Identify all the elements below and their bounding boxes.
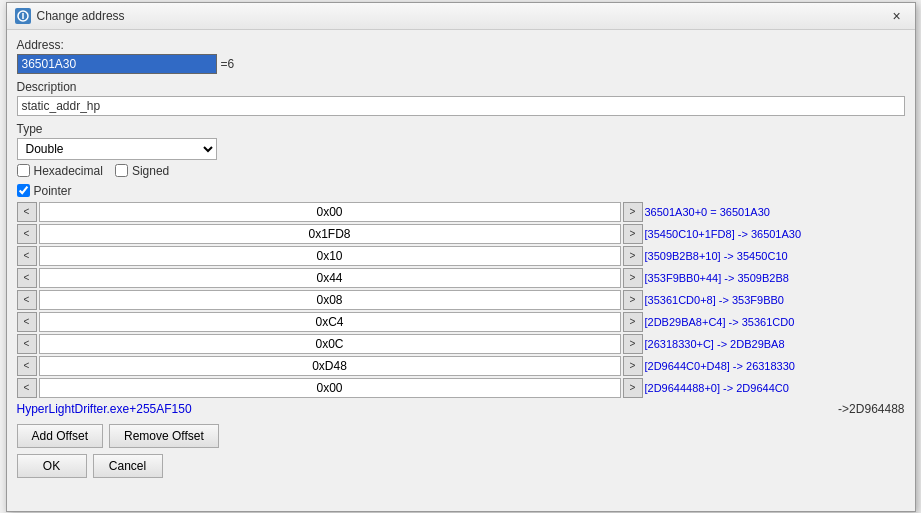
pointer-row: < > 36501A30+0 = 36501A30 — [17, 202, 905, 222]
pointer-offset-input-5[interactable] — [39, 312, 621, 332]
pointer-row: < > [2D9644C0+D48] -> 26318330 — [17, 356, 905, 376]
pointer-section: Pointer < > 36501A30+0 = 36501A30 < > [3… — [17, 184, 905, 416]
pointer-result-7[interactable]: [2D9644C0+D48] -> 26318330 — [645, 360, 905, 372]
pointer-row: < > [353F9BB0+44] -> 3509B2B8 — [17, 268, 905, 288]
signed-checkbox[interactable] — [115, 164, 128, 177]
pointer-result-2[interactable]: [3509B2B8+10] -> 35450C10 — [645, 250, 905, 262]
type-row: Double Byte 2 Bytes 4 Bytes 8 Bytes Floa… — [17, 138, 905, 160]
hexadecimal-checkbox[interactable] — [17, 164, 30, 177]
cancel-button[interactable]: Cancel — [93, 454, 163, 478]
hexadecimal-text: Hexadecimal — [34, 164, 103, 178]
pointer-result-6[interactable]: [26318330+C] -> 2DB29BA8 — [645, 338, 905, 350]
description-input[interactable] — [17, 96, 905, 116]
address-eq: =6 — [221, 57, 235, 71]
pointer-right-btn-7[interactable]: > — [623, 356, 643, 376]
pointer-right-btn-5[interactable]: > — [623, 312, 643, 332]
type-label: Type — [17, 122, 905, 136]
pointer-result-1[interactable]: [35450C10+1FD8] -> 36501A30 — [645, 228, 905, 240]
hexadecimal-label[interactable]: Hexadecimal — [17, 164, 103, 178]
pointer-result-0[interactable]: 36501A30+0 = 36501A30 — [645, 206, 905, 218]
pointer-row: < > [26318330+C] -> 2DB29BA8 — [17, 334, 905, 354]
pointer-checkbox[interactable] — [17, 184, 30, 197]
pointer-row: < > [2DB29BA8+C4] -> 35361CD0 — [17, 312, 905, 332]
address-label: Address: — [17, 38, 905, 52]
pointer-result-3[interactable]: [353F9BB0+44] -> 3509B2B8 — [645, 272, 905, 284]
pointer-result-4[interactable]: [35361CD0+8] -> 353F9BB0 — [645, 294, 905, 306]
base-address-result: ->2D964488 — [838, 402, 904, 416]
pointer-row: < > [35450C10+1FD8] -> 36501A30 — [17, 224, 905, 244]
pointer-text: Pointer — [34, 184, 72, 198]
pointer-header: Pointer — [17, 184, 905, 198]
pointer-left-btn-5[interactable]: < — [17, 312, 37, 332]
add-offset-button[interactable]: Add Offset — [17, 424, 103, 448]
description-label: Description — [17, 80, 905, 94]
pointer-row: < > [2D9644488+0] -> 2D9644C0 — [17, 378, 905, 398]
pointer-result-5[interactable]: [2DB29BA8+C4] -> 35361CD0 — [645, 316, 905, 328]
pointer-right-btn-4[interactable]: > — [623, 290, 643, 310]
pointer-offset-input-6[interactable] — [39, 334, 621, 354]
address-input[interactable] — [17, 54, 217, 74]
pointer-right-btn-6[interactable]: > — [623, 334, 643, 354]
type-select[interactable]: Double Byte 2 Bytes 4 Bytes 8 Bytes Floa… — [17, 138, 217, 160]
change-address-dialog: Change address × Address: =6 Description… — [6, 2, 916, 512]
ok-button[interactable]: OK — [17, 454, 87, 478]
pointer-offset-input-1[interactable] — [39, 224, 621, 244]
title-bar: Change address × — [7, 3, 915, 30]
pointer-row: < > [3509B2B8+10] -> 35450C10 — [17, 246, 905, 266]
signed-label[interactable]: Signed — [115, 164, 169, 178]
dialog-content: Address: =6 Description Type Double Byte… — [7, 30, 915, 486]
remove-offset-button[interactable]: Remove Offset — [109, 424, 219, 448]
pointer-left-btn-3[interactable]: < — [17, 268, 37, 288]
pointer-left-btn-0[interactable]: < — [17, 202, 37, 222]
ok-cancel-row: OK Cancel — [17, 454, 905, 478]
dialog-title: Change address — [37, 9, 125, 23]
pointer-left-btn-7[interactable]: < — [17, 356, 37, 376]
pointer-offset-input-7[interactable] — [39, 356, 621, 376]
pointer-offset-input-4[interactable] — [39, 290, 621, 310]
pointer-offset-input-2[interactable] — [39, 246, 621, 266]
pointer-left-btn-1[interactable]: < — [17, 224, 37, 244]
base-address-row: HyperLightDrifter.exe+255AF150 ->2D96448… — [17, 402, 905, 416]
base-address-value[interactable]: HyperLightDrifter.exe+255AF150 — [17, 402, 835, 416]
pointer-offset-input-0[interactable] — [39, 202, 621, 222]
pointer-offset-input-8[interactable] — [39, 378, 621, 398]
pointer-rows-container: < > 36501A30+0 = 36501A30 < > [35450C10+… — [17, 202, 905, 398]
close-button[interactable]: × — [887, 7, 907, 25]
offset-buttons-row: Add Offset Remove Offset — [17, 424, 905, 448]
pointer-left-btn-6[interactable]: < — [17, 334, 37, 354]
pointer-left-btn-4[interactable]: < — [17, 290, 37, 310]
pointer-result-8[interactable]: [2D9644488+0] -> 2D9644C0 — [645, 382, 905, 394]
checkbox-row: Hexadecimal Signed — [17, 164, 905, 178]
pointer-left-btn-8[interactable]: < — [17, 378, 37, 398]
pointer-right-btn-1[interactable]: > — [623, 224, 643, 244]
pointer-offset-input-3[interactable] — [39, 268, 621, 288]
pointer-right-btn-2[interactable]: > — [623, 246, 643, 266]
pointer-row: < > [35361CD0+8] -> 353F9BB0 — [17, 290, 905, 310]
dialog-icon — [15, 8, 31, 24]
pointer-right-btn-8[interactable]: > — [623, 378, 643, 398]
pointer-label[interactable]: Pointer — [17, 184, 72, 198]
title-bar-left: Change address — [15, 8, 125, 24]
signed-text: Signed — [132, 164, 169, 178]
pointer-right-btn-0[interactable]: > — [623, 202, 643, 222]
pointer-right-btn-3[interactable]: > — [623, 268, 643, 288]
address-row: =6 — [17, 54, 905, 74]
pointer-left-btn-2[interactable]: < — [17, 246, 37, 266]
